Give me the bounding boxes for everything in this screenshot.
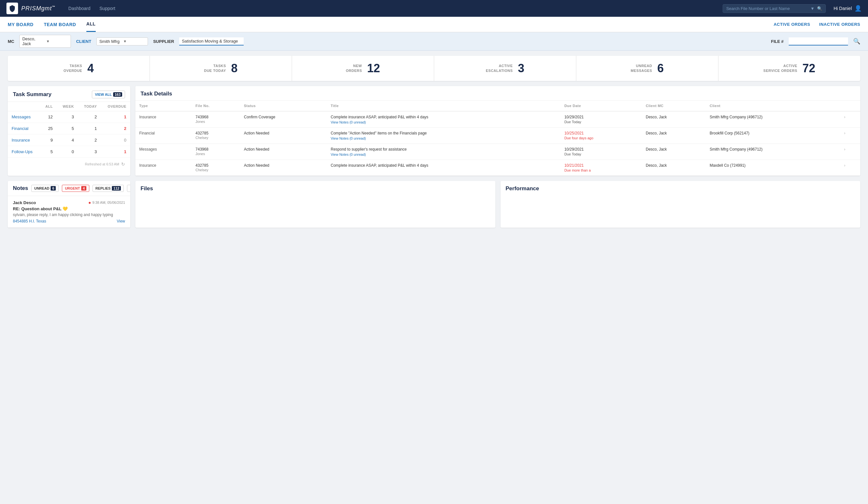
files-title: Files [141,185,153,192]
active-orders-link[interactable]: ACTIVE ORDERS [774,18,810,31]
replies-label: REPLIES [95,186,111,190]
performance-title: Performance [506,185,539,192]
detail-arrow-icon[interactable]: › [840,128,860,144]
task-label[interactable]: Insurance [8,134,40,146]
detail-client: Smith Mfrg Company (496712) [706,144,840,160]
detail-status: Action Needed [240,160,327,176]
detail-client: Maxdell Co (724991) [706,160,840,176]
filter-bar: MC Desco, Jack ▼ CLIENT Smith Mfrg ▼ SUP… [0,32,868,51]
detail-arrow-icon[interactable]: › [840,111,860,128]
col-all: ALL [40,102,56,111]
task-detail-row[interactable]: Insurance 743968 Jones Confirm Coverage … [135,111,860,128]
task-all: 12 [40,111,56,123]
replies-badge[interactable]: REPLIES 112 [93,185,124,192]
task-summary-row[interactable]: Financial 25 5 1 2 [8,123,130,134]
stat-label: TASKSDUE TODAY [204,63,226,73]
task-details-title: Task Details [141,91,172,97]
task-all: 5 [40,146,56,158]
task-week: 5 [57,123,78,134]
stat-value: 6 [657,62,664,75]
col-today: TODAY [78,102,101,111]
unread-badge[interactable]: UNREAD 6 [31,185,59,192]
note-preview: sylvain, please reply, I am happy clicki… [13,213,125,217]
view-notes-link[interactable]: View Notes (0 unread) [331,136,557,140]
file-name: Chelsey [196,136,208,140]
brand-name: PRISMgmt™ [21,5,55,12]
inactive-orders-link[interactable]: INACTIVE ORDERS [819,18,860,31]
file-name: Jones [196,120,205,123]
task-week: 4 [57,134,78,146]
detail-client-mc: Desco, Jack [642,160,706,176]
note-unread-dot: ● [88,200,91,205]
my-board-tab[interactable]: MY BOARD [8,18,33,32]
task-today: 2 [78,134,101,146]
note-item: Jack Desco ● 9:38 AM, 05/06/2021 RE: Que… [8,196,130,228]
mc-select[interactable]: Desco, Jack ▼ [19,35,71,48]
search-bar[interactable]: ▼ 🔍 [723,4,826,13]
file-search-icon[interactable]: 🔍 [853,38,860,45]
note-footer: 8454885 H.I. Texas View [13,219,125,224]
search-input[interactable] [726,6,808,11]
task-details-header: Task Details [135,86,860,101]
stat-label: ACTIVESERVICE ORDERS [763,63,797,73]
all-badge[interactable]: ALL 603 [127,185,130,192]
view-notes-link[interactable]: View Notes (0 unread) [331,120,557,124]
task-label[interactable]: Follow-Ups [8,146,40,158]
detail-type: Messages [135,144,192,160]
col-title: Title [327,101,560,111]
stat-label: NEWORDERS [346,63,362,73]
detail-title: Respond to supplier's request for assist… [327,144,560,160]
task-summary-row[interactable]: Messages 12 3 2 1 [8,111,130,123]
col-due-date: Due Date [560,101,642,111]
file-no: 432785 [196,131,208,135]
stats-row: TASKSOVERDUE 4 TASKSDUE TODAY 8 NEWORDER… [8,56,860,81]
task-summary-row[interactable]: Insurance 9 4 2 0 [8,134,130,146]
detail-file: 743968 Jones [192,111,240,128]
notes-scroll-area[interactable]: Jack Desco ● 9:38 AM, 05/06/2021 RE: Que… [8,196,130,228]
urgent-badge[interactable]: URGENT 4 [62,185,89,192]
refresh-icon[interactable]: ↻ [121,162,125,167]
task-label[interactable]: Financial [8,123,40,134]
note-file[interactable]: 8454885 H.I. Texas [13,219,46,224]
performance-panel: Performance [500,181,860,228]
stat-value: 3 [518,62,524,75]
client-select[interactable]: Smith Mfrg ▼ [96,38,148,45]
detail-due-date: 10/25/2021 Due four days ago [560,128,642,144]
note-subject: RE: Question about P&L 💛 [13,206,125,211]
team-board-tab[interactable]: TEAM BOARD [44,18,76,32]
detail-type: Financial [135,128,192,144]
client-value: Smith Mfrg [99,39,121,44]
note-view-link[interactable]: View [117,219,125,224]
task-detail-row[interactable]: Insurance 432785 Chelsey Action Needed C… [135,160,860,176]
task-details-panel: Task Details TypeFile No.StatusTitleDue … [135,86,860,176]
dropdown-arrow-icon[interactable]: ▼ [810,6,815,11]
task-details-header-row: TypeFile No.StatusTitleDue DateClient MC… [135,101,860,111]
stat-label: ACTIVEESCALATIONS [486,63,513,73]
file-input[interactable] [789,38,848,45]
detail-client: Brookfill Corp (562147) [706,128,840,144]
all-label: ALL [130,186,130,190]
secondary-navigation: MY BOARD TEAM BOARD ALL ACTIVE ORDERS IN… [0,17,868,32]
task-label[interactable]: Messages [8,111,40,123]
file-no: 743968 [196,115,208,119]
task-week: 3 [57,111,78,123]
file-no: 432785 [196,163,208,168]
detail-title: Complete insurance ASAP, anticipated P&L… [327,160,560,176]
all-tab[interactable]: ALL [86,17,96,32]
task-detail-row[interactable]: Financial 432785 Chelsey Action Needed C… [135,128,860,144]
detail-arrow-icon[interactable]: › [840,144,860,160]
supplier-input[interactable] [179,38,244,45]
search-icon[interactable]: 🔍 [817,6,822,11]
dashboard-link[interactable]: Dashboard [68,6,91,11]
stat-card: TASKSDUE TODAY 8 [150,56,292,81]
task-summary-row[interactable]: Follow-Ups 5 0 3 1 [8,146,130,158]
view-all-button[interactable]: VIEW ALL 163 [92,91,125,98]
view-notes-link[interactable]: View Notes (0 unread) [331,153,557,156]
task-summary-header: Task Summary VIEW ALL 163 [8,86,130,102]
task-detail-row[interactable]: Messages 743968 Jones Action Needed Resp… [135,144,860,160]
file-no: 743968 [196,147,208,152]
support-link[interactable]: Support [100,6,115,11]
note-user-line: Jack Desco ● 9:38 AM, 05/06/2021 [13,200,125,205]
detail-arrow-icon[interactable]: › [840,160,860,176]
unread-count: 6 [51,186,56,191]
